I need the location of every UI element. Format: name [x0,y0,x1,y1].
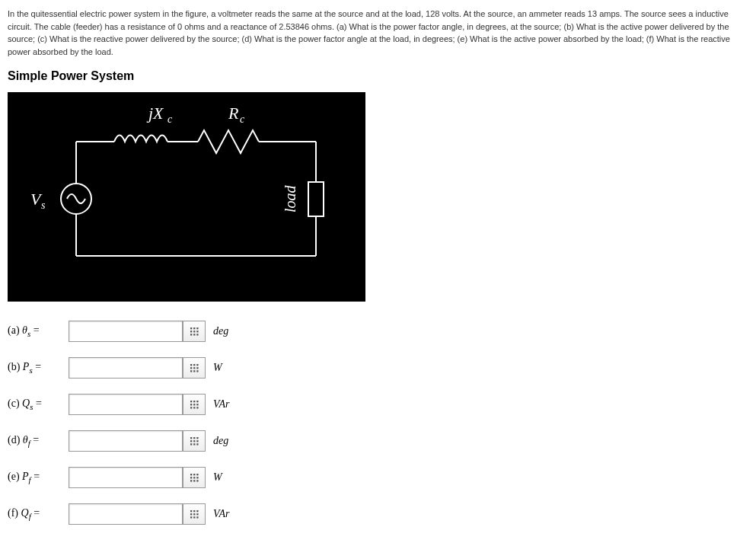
svg-rect-38 [190,404,192,405]
svg-rect-60 [193,480,195,481]
grid-icon [190,364,199,372]
answer-row-1: (b) Ps =W [8,357,748,379]
svg-rect-20 [190,331,192,332]
grid-icon [190,437,199,446]
svg-rect-62 [190,510,192,512]
svg-rect-21 [193,331,195,332]
keypad-button[interactable] [183,357,206,379]
unit-label: deg [213,325,228,337]
svg-rect-58 [196,477,198,478]
answer-input-1[interactable] [69,357,183,379]
svg-rect-46 [196,437,198,439]
problem-statement: In the quitessential electric power syst… [8,8,748,58]
svg-rect-22 [196,331,198,332]
unit-label: W [213,471,222,484]
svg-rect-65 [190,513,192,515]
answer-row-0: (a) θs =deg [8,321,748,342]
grid-icon [190,327,199,336]
svg-rect-31 [196,367,198,369]
keypad-button[interactable] [183,503,206,525]
answer-input-4[interactable] [69,467,183,488]
svg-rect-53 [190,474,192,475]
svg-rect-33 [193,370,195,372]
svg-rect-67 [196,513,198,515]
svg-rect-39 [193,404,195,405]
circuit-diagram: jX c R c V s load [8,92,365,302]
svg-rect-54 [193,474,195,475]
grid-icon [190,510,199,519]
svg-rect-50 [190,443,192,445]
answer-label: (a) θs = [8,324,69,338]
svg-rect-61 [196,480,198,481]
unit-label: VAr [213,398,230,410]
answer-label: (c) Qs = [8,398,69,411]
svg-rect-18 [193,327,195,329]
svg-rect-43 [196,407,198,408]
svg-rect-17 [190,327,192,329]
svg-rect-51 [193,443,195,445]
unit-label: W [213,362,222,374]
answer-label: (e) Pf = [8,471,69,484]
svg-rect-41 [190,407,192,408]
keypad-button[interactable] [183,467,206,488]
grid-icon [190,474,199,482]
keypad-button[interactable] [183,394,206,415]
svg-rect-28 [196,364,198,366]
answer-input-3[interactable] [69,430,183,452]
svg-rect-68 [190,516,192,518]
svg-rect-35 [190,401,192,402]
svg-rect-30 [193,367,195,369]
answer-row-5: (f) Qf =VAr [8,503,748,525]
answer-input-0[interactable] [69,321,183,342]
keypad-button[interactable] [183,321,206,342]
svg-rect-44 [190,437,192,439]
answer-input-5[interactable] [69,503,183,525]
svg-rect-42 [193,407,195,408]
svg-rect-26 [190,364,192,366]
answer-label: (d) θf = [8,434,69,448]
keypad-button[interactable] [183,430,206,452]
answer-label: (b) Ps = [8,361,69,375]
svg-rect-23 [190,334,192,335]
svg-rect-64 [196,510,198,512]
svg-rect-40 [196,404,198,405]
svg-rect-66 [193,513,195,515]
svg-rect-48 [193,440,195,442]
svg-text:R: R [228,104,239,123]
svg-rect-57 [193,477,195,478]
svg-rect-37 [196,401,198,402]
svg-rect-52 [196,443,198,445]
svg-rect-19 [196,327,198,329]
svg-rect-63 [193,510,195,512]
svg-rect-32 [190,370,192,372]
grid-icon [190,401,199,409]
svg-text:jX: jX [146,104,164,123]
svg-text:load: load [282,184,298,212]
unit-label: VAr [213,508,230,520]
section-title: Simple Power System [8,69,748,83]
svg-rect-34 [196,370,198,372]
answer-row-4: (e) Pf =W [8,467,748,488]
svg-rect-25 [196,334,198,335]
svg-text:s: s [41,200,46,211]
svg-rect-69 [193,516,195,518]
svg-rect-24 [193,334,195,335]
svg-rect-70 [196,516,198,518]
answer-row-3: (d) θf =deg [8,430,748,452]
answer-input-2[interactable] [69,394,183,415]
unit-label: deg [213,435,228,447]
svg-text:c: c [240,113,245,125]
svg-text:c: c [167,113,173,125]
svg-rect-56 [190,477,192,478]
svg-rect-49 [196,440,198,442]
svg-rect-4 [308,182,324,216]
svg-rect-27 [193,364,195,366]
svg-rect-36 [193,401,195,402]
svg-rect-47 [190,440,192,442]
svg-rect-29 [190,367,192,369]
answer-row-2: (c) Qs =VAr [8,394,748,415]
svg-rect-59 [190,480,192,481]
svg-rect-45 [193,437,195,439]
answer-label: (f) Qf = [8,507,69,521]
svg-rect-55 [196,474,198,475]
